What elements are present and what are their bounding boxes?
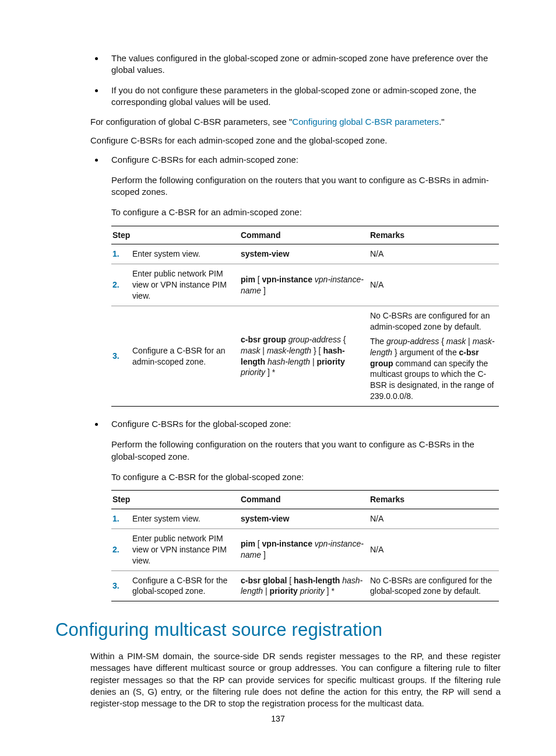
intro-bullets: The values configured in the global-scop… — [55, 52, 501, 108]
section-body: Within a PIM-SM domain, the source-side … — [90, 650, 501, 709]
text: For configuration of global C-BSR parame… — [90, 117, 292, 127]
table-admin-zone: Step Command Remarks 1. Enter system vie… — [111, 226, 499, 407]
paragraph-perform-global: Perform the following configuration on t… — [111, 439, 501, 463]
step-desc: Enter system view. — [131, 244, 240, 264]
sub-bullets-admin: Configure C-BSRs for each admin-scoped z… — [55, 154, 501, 166]
table-row: 2. Enter public network PIM view or VPN … — [111, 528, 499, 570]
page-number: 137 — [0, 714, 556, 723]
bullet-item: If you do not configure these parameters… — [90, 85, 501, 108]
step-desc: Enter system view. — [131, 509, 240, 528]
command-text: system-view — [241, 249, 289, 258]
remarks-text: N/A — [369, 528, 499, 570]
command-text: c-bsr group group-address { mask | mask-… — [240, 306, 369, 406]
th-remarks: Remarks — [369, 491, 499, 509]
bullet-item: Configure C-BSRs for each admin-scoped z… — [90, 154, 501, 166]
table-header-row: Step Command Remarks — [111, 491, 499, 509]
step-desc: Enter public network PIM view or VPN ins… — [131, 528, 240, 570]
table-row: 1. Enter system view. system-view N/A — [111, 244, 499, 264]
remarks-text: N/A — [369, 264, 499, 306]
section-heading: Configuring multicast source registratio… — [55, 618, 501, 642]
text: ." — [439, 117, 445, 127]
sub-title: Configure C-BSRs for each admin-scoped z… — [111, 155, 298, 164]
command-text: pim [ vpn-instance vpn-instance-name ] — [240, 528, 369, 570]
step-desc: Configure a C-BSR for the global-scoped … — [131, 570, 240, 601]
step-desc: Enter public network PIM view or VPN ins… — [131, 264, 240, 306]
th-step: Step — [111, 491, 240, 509]
th-command: Command — [240, 491, 369, 509]
remarks-text: N/A — [369, 509, 499, 528]
bullet-item: The values configured in the global-scop… — [90, 52, 501, 76]
bullet-item: Configure C-BSRs for the global-scoped z… — [90, 418, 501, 430]
paragraph-perform-admin: Perform the following configuration on t… — [111, 174, 501, 198]
command-text: c-bsr global [ hash-length hash-length |… — [240, 570, 369, 601]
paragraph-toconfig-global: To configure a C-BSR for the global-scop… — [111, 471, 501, 483]
remarks-text: No C-BSRs are configured for an admin-sc… — [369, 306, 499, 406]
table-row: 3. Configure a C-BSR for an admin-scoped… — [111, 306, 499, 406]
paragraph-configure-each: Configure C-BSRs for each admin-scoped z… — [90, 135, 501, 146]
paragraph-global-ref: For configuration of global C-BSR parame… — [90, 116, 501, 128]
command-text: system-view — [241, 514, 289, 523]
step-number: 3. — [112, 351, 119, 360]
th-remarks: Remarks — [369, 226, 499, 244]
th-step: Step — [111, 226, 240, 244]
command-text: pim [ vpn-instance vpn-instance-name ] — [240, 264, 369, 306]
table-row: 1. Enter system view. system-view N/A — [111, 509, 499, 528]
sub-bullets-global: Configure C-BSRs for the global-scoped z… — [55, 418, 501, 430]
remarks-text: No C-BSRs are configured for the global-… — [369, 570, 499, 601]
step-number: 1. — [112, 249, 119, 258]
table-header-row: Step Command Remarks — [111, 226, 499, 244]
link-configuring-global-cbsr[interactable]: Configuring global C-BSR parameters — [292, 117, 439, 127]
step-number: 2. — [112, 545, 119, 554]
step-number: 1. — [112, 514, 119, 523]
step-number: 2. — [112, 280, 119, 289]
remarks-text: N/A — [369, 244, 499, 264]
table-row: 2. Enter public network PIM view or VPN … — [111, 264, 499, 306]
paragraph-toconfig-admin: To configure a C-BSR for an admin-scoped… — [111, 206, 501, 218]
step-number: 3. — [112, 581, 119, 590]
th-command: Command — [240, 226, 369, 244]
step-desc: Configure a C-BSR for an admin-scoped zo… — [131, 306, 240, 406]
sub-title: Configure C-BSRs for the global-scoped z… — [111, 419, 291, 429]
table-global-zone: Step Command Remarks 1. Enter system vie… — [111, 490, 499, 601]
table-row: 3. Configure a C-BSR for the global-scop… — [111, 570, 499, 601]
